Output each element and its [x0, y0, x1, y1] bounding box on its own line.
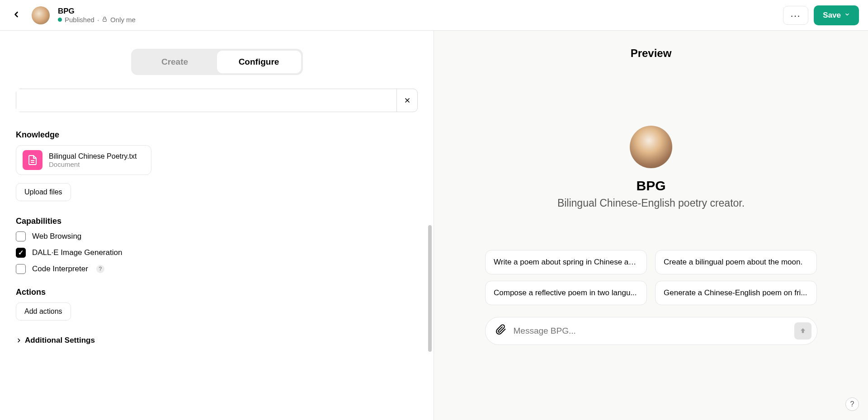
- lock-icon: [102, 16, 108, 24]
- checkbox-web-browsing[interactable]: [16, 231, 26, 241]
- upload-files-button[interactable]: Upload files: [16, 183, 71, 201]
- chevron-down-icon: [844, 12, 850, 19]
- chat-input[interactable]: [514, 326, 787, 336]
- tab-configure[interactable]: Configure: [217, 51, 301, 73]
- capability-dalle: DALL·E Image Generation: [16, 248, 418, 258]
- additional-settings-label: Additional Settings: [25, 336, 95, 345]
- attach-icon[interactable]: [495, 324, 506, 338]
- back-button[interactable]: [9, 5, 24, 25]
- main: Create Configure Knowledge Bilingual Chi…: [0, 31, 868, 420]
- cap-label-dalle: DALL·E Image Generation: [32, 248, 122, 257]
- svg-rect-0: [103, 19, 107, 21]
- help-icon[interactable]: ?: [96, 265, 104, 273]
- chat-input-container: [485, 317, 817, 345]
- gpt-avatar-small: [32, 6, 50, 24]
- chevron-right-icon: [16, 337, 22, 344]
- additional-settings-toggle[interactable]: Additional Settings: [16, 336, 418, 345]
- actions-section: Actions Add actions: [16, 288, 418, 321]
- starter-pill[interactable]: Generate a Chinese-English poem on fri..…: [655, 281, 817, 305]
- visibility-text: Only me: [110, 16, 136, 24]
- document-icon: [23, 150, 42, 170]
- arrow-up-icon: [799, 327, 807, 335]
- knowledge-label: Knowledge: [16, 130, 418, 140]
- gpt-title: BPG: [58, 7, 136, 16]
- add-actions-button[interactable]: Add actions: [16, 302, 71, 321]
- clear-starter-button[interactable]: [396, 89, 417, 112]
- conversation-starter-input-row: [16, 89, 418, 112]
- cap-label-web-browsing: Web Browsing: [32, 232, 81, 241]
- preview-name: BPG: [636, 178, 665, 193]
- title-block: BPG Published · Only me: [58, 7, 136, 24]
- actions-label: Actions: [16, 288, 418, 297]
- meta-separator: ·: [97, 16, 99, 24]
- gpt-avatar-large: [630, 126, 672, 168]
- conversation-starter-input[interactable]: [16, 89, 396, 112]
- preview-description: Bilingual Chinese-English poetry creator…: [557, 197, 745, 209]
- knowledge-file[interactable]: Bilingual Chinese Poetry.txt Document: [16, 145, 151, 175]
- checkbox-dalle[interactable]: [16, 248, 26, 258]
- capability-code-interpreter: Code Interpreter ?: [16, 264, 418, 274]
- chevron-left-icon: [12, 10, 21, 19]
- file-name: Bilingual Chinese Poetry.txt: [49, 152, 137, 160]
- save-button[interactable]: Save: [814, 5, 859, 25]
- tab-create[interactable]: Create: [133, 51, 217, 73]
- more-button[interactable]: ···: [783, 6, 809, 25]
- help-float-button[interactable]: ?: [845, 397, 859, 411]
- capability-web-browsing: Web Browsing: [16, 231, 418, 241]
- starter-pill[interactable]: Create a bilingual poem about the moon.: [655, 250, 817, 274]
- status-dot-icon: [58, 18, 62, 22]
- preview-body: BPG Bilingual Chinese-English poetry cre…: [434, 69, 868, 420]
- checkbox-code-interpreter[interactable]: [16, 264, 26, 274]
- file-type: Document: [49, 160, 137, 168]
- scrollbar[interactable]: [428, 225, 432, 352]
- starter-grid: Write a poem about spring in Chinese an.…: [485, 250, 817, 305]
- configure-panel: Create Configure Knowledge Bilingual Chi…: [0, 31, 434, 420]
- file-info: Bilingual Chinese Poetry.txt Document: [49, 152, 137, 168]
- preview-heading: Preview: [434, 31, 868, 69]
- tab-switch: Create Configure: [131, 49, 303, 75]
- close-icon: [404, 97, 411, 104]
- topbar-right: ··· Save: [783, 5, 859, 25]
- capabilities-section: Capabilities Web Browsing DALL·E Image G…: [16, 217, 418, 274]
- topbar-left: BPG Published · Only me: [9, 5, 136, 25]
- topbar: BPG Published · Only me ··· Save: [0, 0, 868, 31]
- status-text: Published: [65, 16, 94, 24]
- capabilities-label: Capabilities: [16, 217, 418, 226]
- gpt-meta: Published · Only me: [58, 16, 136, 24]
- starter-pill[interactable]: Write a poem about spring in Chinese an.…: [485, 250, 647, 274]
- cap-label-code-interpreter: Code Interpreter: [32, 264, 88, 274]
- starter-pill[interactable]: Compose a reflective poem in two langu..…: [485, 281, 647, 305]
- preview-panel: Preview BPG Bilingual Chinese-English po…: [434, 31, 868, 420]
- save-label: Save: [823, 11, 841, 20]
- send-button[interactable]: [794, 322, 811, 340]
